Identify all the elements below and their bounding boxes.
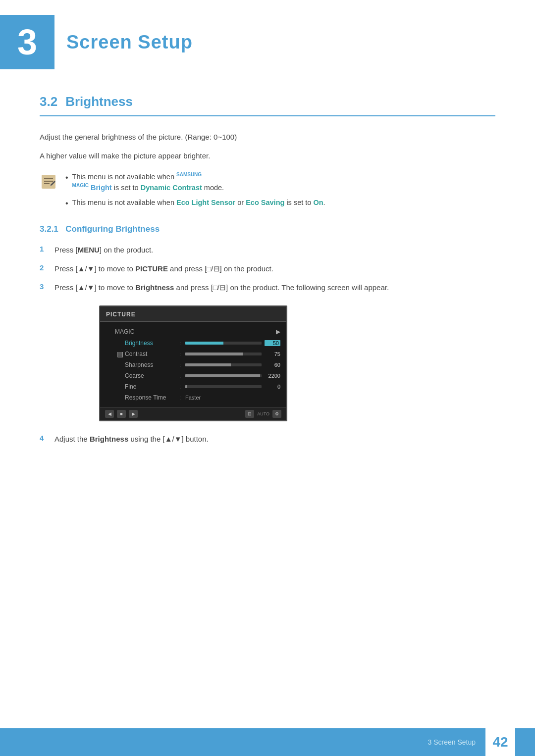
section-heading: 3.2 Brightness — [40, 94, 495, 116]
osd-fine-bar — [185, 385, 262, 388]
steps-list: 1 Press [MENU] on the product. 2 Press [… — [40, 244, 495, 294]
osd-row-coarse: Coarse : 2200 — [100, 370, 286, 381]
dynamic-contrast-label: Dynamic Contrast — [141, 184, 202, 192]
note-lines: This menu is not available when SAMSUNGM… — [65, 172, 325, 209]
page-footer: 3 Screen Setup 42 — [0, 728, 535, 756]
chapter-title: Screen Setup — [66, 32, 193, 53]
osd-contrast-value: 75 — [265, 351, 280, 357]
osd-header: PICTURE — [100, 306, 286, 322]
osd-btn-left: ◀ — [105, 410, 114, 418]
osd-auto-label: AUTO — [257, 411, 269, 416]
osd-btn-right: ▶ — [129, 410, 138, 418]
osd-sharpness-bar-container: 60 — [185, 362, 280, 368]
osd-contrast-label: Contrast — [125, 351, 179, 357]
osd-brightness-label: Brightness — [125, 340, 179, 347]
page-number-box: 42 — [485, 728, 515, 756]
osd-row-magic: MAGIC ▶ — [100, 326, 286, 338]
osd-sharpness-fill — [185, 363, 231, 366]
intro-line1: Adjust the general brightness of the pic… — [40, 131, 495, 143]
osd-row-fine: Fine : 0 — [100, 381, 286, 392]
osd-coarse-fill — [185, 374, 260, 377]
osd-contrast-bar-container: 75 — [185, 351, 280, 357]
osd-fine-value: 0 — [265, 384, 280, 390]
osd-fine-label: Fine — [125, 383, 179, 390]
step-4: 4 Adjust the Brightness using the [▲/▼] … — [40, 433, 495, 445]
osd-brightness-value: 50 — [265, 340, 280, 346]
osd-row-contrast: ▤ Contrast : 75 — [100, 349, 286, 359]
osd-btn-power: ⚙ — [272, 410, 281, 418]
chapter-header: 3 Screen Setup — [0, 0, 535, 84]
step-4-text: Adjust the Brightness using the [▲/▼] bu… — [54, 433, 209, 445]
osd-sharpness-value: 60 — [265, 362, 280, 368]
step-1-text: Press [MENU] on the product. — [54, 244, 153, 256]
step-2-text: Press [▲/▼] to move to PICTURE and press… — [54, 263, 273, 275]
osd-btn-enter: ⊟ — [245, 410, 254, 418]
page-number: 42 — [492, 734, 508, 750]
note-box: This menu is not available when SAMSUNGM… — [40, 172, 495, 209]
osd-contrast-fill — [185, 353, 243, 355]
osd-container: PICTURE MAGIC ▶ Brightness : — [99, 305, 287, 421]
chapter-number: 3 — [0, 15, 54, 69]
chapter-number-text: 3 — [17, 22, 37, 62]
step-3-number: 3 — [40, 282, 54, 291]
step-2: 2 Press [▲/▼] to move to PICTURE and pre… — [40, 263, 495, 275]
osd-response-value: Faster — [185, 395, 201, 401]
osd-header-text: PICTURE — [106, 311, 136, 318]
subsection-title: Configuring Brightness — [65, 224, 160, 234]
osd-screen: PICTURE MAGIC ▶ Brightness : — [99, 305, 287, 421]
osd-fine-bar-container: 0 — [185, 384, 280, 390]
osd-magic-label: MAGIC — [115, 328, 134, 335]
subsection-heading: 3.2.1 Configuring Brightness — [40, 224, 495, 234]
osd-sharpness-bar — [185, 363, 262, 366]
osd-contrast-bar — [185, 353, 262, 355]
osd-btn-center: ■ — [117, 410, 126, 418]
step-4-number: 4 — [40, 433, 54, 442]
eco-saving-label: Eco Saving — [246, 199, 284, 206]
osd-footer-nav-right: ⊟ AUTO ⚙ — [245, 410, 281, 418]
bright-label: Bright — [91, 184, 112, 192]
osd-contrast-icon-area: ▤ — [115, 350, 125, 358]
osd-coarse-bar-container: 2200 — [185, 373, 280, 379]
osd-magic-arrow: ▶ — [276, 328, 280, 335]
step-1-number: 1 — [40, 244, 54, 253]
osd-row-response-time: Response Time : Faster — [100, 392, 286, 403]
osd-row-sharpness: Sharpness : 60 — [100, 359, 286, 370]
osd-coarse-value: 2200 — [265, 373, 280, 379]
osd-footer-nav-left: ◀ ■ ▶ — [105, 410, 138, 418]
osd-contrast-icon: ▤ — [117, 350, 123, 358]
osd-body: MAGIC ▶ Brightness : 50 — [100, 322, 286, 407]
osd-brightness-fill — [185, 342, 223, 345]
section-number: 3.2 — [40, 94, 57, 109]
step-3: 3 Press [▲/▼] to move to Brightness and … — [40, 282, 495, 294]
note-line-2: This menu is not available when Eco Ligh… — [65, 198, 325, 209]
eco-light-sensor-label: Eco Light Sensor — [176, 199, 235, 206]
note-line-1: This menu is not available when SAMSUNGM… — [65, 172, 325, 194]
osd-row-brightness: Brightness : 50 — [100, 338, 286, 349]
osd-brightness-bar — [185, 342, 262, 345]
osd-brightness-bar-container: 50 — [185, 340, 280, 346]
osd-fine-fill — [185, 385, 187, 388]
osd-coarse-label: Coarse — [125, 372, 179, 379]
note-icon — [40, 173, 57, 191]
step-3-text: Press [▲/▼] to move to Brightness and pr… — [54, 282, 389, 294]
footer-section-label: 3 Screen Setup — [0, 738, 485, 746]
osd-sharpness-label: Sharpness — [125, 361, 179, 368]
step-1: 1 Press [MENU] on the product. — [40, 244, 495, 256]
on-label: On — [313, 199, 323, 206]
subsection-number: 3.2.1 — [40, 224, 58, 234]
main-content: 3.2 Brightness Adjust the general bright… — [0, 94, 535, 502]
osd-sep: : — [179, 340, 185, 346]
osd-footer: ◀ ■ ▶ ⊟ AUTO ⚙ — [100, 407, 286, 420]
step-2-number: 2 — [40, 263, 54, 272]
osd-response-label: Response Time — [125, 394, 179, 401]
osd-coarse-bar — [185, 374, 262, 377]
section-title: Brightness — [65, 94, 133, 109]
intro-line2: A higher value will make the picture app… — [40, 150, 495, 162]
